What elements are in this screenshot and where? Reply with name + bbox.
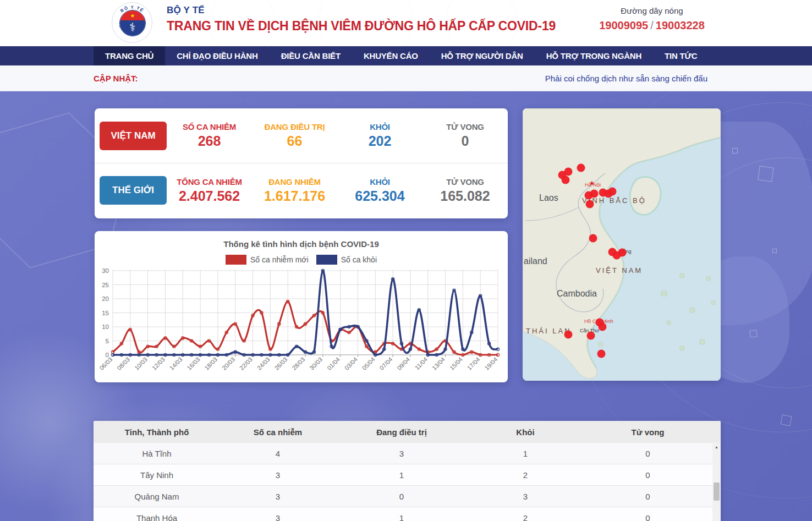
stats-row-world: THẾ GIỚITỔNG CA NHIỄM2.407.562ĐANG NHIỄM… — [95, 163, 508, 217]
svg-text:18/03: 18/03 — [203, 356, 218, 371]
svg-text:19/04: 19/04 — [483, 356, 498, 371]
table-header-2[interactable]: Đang điều trị — [336, 427, 468, 437]
metric-value: 2.407.562 — [167, 188, 252, 204]
legend-swatch — [226, 255, 246, 265]
svg-text:08/03: 08/03 — [116, 356, 131, 371]
vietnam-metric-0: SỐ CA NHIỄM268 — [167, 122, 252, 149]
metric-value: 165.082 — [423, 188, 508, 204]
world-metric-2: KHỎI625.304 — [337, 177, 423, 204]
nav-item-2[interactable]: ĐIỀU CẦN BIẾT — [270, 46, 352, 65]
svg-text:11/04: 11/04 — [414, 356, 429, 371]
table-row[interactable]: Quảng Nam3030 — [94, 486, 712, 507]
vietnam-button[interactable]: VIỆT NAM — [100, 122, 167, 150]
svg-text:MINISTRY OF HEALTH: MINISTRY OF HEALTH — [118, 25, 146, 34]
svg-text:16/03: 16/03 — [186, 356, 201, 371]
hotline-number-1[interactable]: 19009095 — [599, 19, 648, 31]
table-cell: 3 — [336, 449, 468, 458]
province-table-header: Tỉnh, Thành phốSố ca nhiễmĐang điều trịK… — [94, 421, 721, 443]
table-header-3[interactable]: Khỏi — [468, 427, 583, 437]
table-scrollbar[interactable]: ▲ — [712, 443, 721, 521]
metric-label: KHỎI — [337, 177, 423, 187]
vietnam-metric-3: TỬ VONG0 — [423, 122, 508, 149]
svg-text:30/03: 30/03 — [308, 356, 323, 371]
svg-text:24/03: 24/03 — [256, 356, 271, 371]
svg-text:07/04: 07/04 — [378, 356, 394, 371]
site-header: ★ ⚕ BỘ Y TẾ MINISTRY OF HEALTH BỘ Y TẾ T… — [0, 0, 812, 46]
table-cell: 0 — [583, 449, 712, 458]
svg-text:17/04: 17/04 — [466, 356, 481, 371]
main-nav-list: TRANG CHỦCHỈ ĐẠO ĐIỀU HÀNHĐIỀU CẦN BIẾTK… — [94, 46, 721, 65]
stats-rows: VIỆT NAMSỐ CA NHIỄM268ĐANG ĐIỀU TRỊ66KHỎ… — [95, 108, 508, 217]
table-cell: Tây Ninh — [94, 470, 220, 480]
hotline-number-2[interactable]: 19003228 — [656, 19, 705, 31]
news-ticker[interactable]: Phải coi chống dịch như sẵn sàng chiến đ… — [545, 74, 707, 83]
update-bar: CẬP NHẬT: Phải coi chống dịch như sẵn sà… — [0, 65, 812, 91]
scrollbar-thumb[interactable] — [714, 482, 720, 501]
table-header-4[interactable]: Tử vong — [583, 427, 712, 437]
metric-value: 0 — [423, 133, 508, 149]
svg-text:30: 30 — [102, 267, 109, 274]
table-cell: 3 — [468, 492, 583, 501]
table-cell: Quảng Nam — [94, 492, 220, 501]
capital-star-icon: ★ — [589, 179, 595, 187]
ministry-of-health-logo[interactable]: ★ ⚕ BỘ Y TẾ MINISTRY OF HEALTH — [112, 2, 152, 43]
outbreak-dot-9[interactable] — [608, 188, 617, 196]
legend-item-0[interactable]: Số ca nhiễm mới — [226, 255, 309, 265]
outbreak-dot-13[interactable] — [618, 249, 627, 257]
province-table-body: Hà Tĩnh4310Tây Ninh3120Quảng Nam3030Than… — [94, 443, 712, 521]
world-metric-3: TỬ VONG165.082 — [423, 177, 508, 204]
table-row[interactable]: Thanh Hóa3120 — [94, 507, 712, 521]
vietnam-metric-1: ĐANG ĐIỀU TRỊ66 — [252, 122, 337, 149]
hotline-block: Đường dây nóng 19009095/19003228 — [583, 6, 721, 32]
metric-label: KHỎI — [337, 122, 423, 131]
stats-row-vietnam: VIỆT NAMSỐ CA NHIỄM268ĐANG ĐIỀU TRỊ66KHỎ… — [95, 108, 508, 163]
table-row[interactable]: Tây Ninh3120 — [94, 464, 712, 486]
outbreak-dot-18[interactable] — [597, 350, 606, 358]
outbreak-dot-17[interactable] — [564, 331, 573, 339]
svg-text:12/03: 12/03 — [151, 356, 166, 371]
nav-item-1[interactable]: CHỈ ĐẠO ĐIỀU HÀNH — [165, 46, 269, 65]
world-button[interactable]: THẾ GIỚI — [100, 176, 167, 205]
table-cell: 0 — [583, 470, 712, 480]
ministry-name: BỘ Y TẾ — [167, 5, 556, 16]
outbreak-dot-2[interactable] — [562, 176, 570, 184]
outbreak-dot-3[interactable] — [577, 164, 585, 172]
world-metric-1: ĐANG NHIỄM1.617.176 — [252, 177, 337, 204]
outbreak-dot-6[interactable] — [586, 200, 594, 209]
svg-text:0: 0 — [106, 352, 109, 358]
table-cell: 0 — [583, 492, 712, 501]
legend-label: Số ca khỏi — [341, 255, 377, 264]
scrollbar-up-icon[interactable]: ▲ — [712, 443, 721, 452]
nav-item-6[interactable]: TIN TỨC — [653, 46, 709, 65]
metric-label: ĐANG NHIỄM — [252, 177, 337, 187]
hotline-label: Đường dây nóng — [583, 6, 721, 15]
map-label-4: Cambodia — [557, 289, 597, 298]
svg-text:10/03: 10/03 — [133, 356, 149, 371]
nav-item-3[interactable]: KHUYẾN CÁO — [352, 46, 430, 65]
svg-text:20: 20 — [102, 295, 109, 302]
outbreak-dot-1[interactable] — [564, 168, 573, 176]
metric-label: ĐANG ĐIỀU TRỊ — [252, 122, 337, 131]
outbreak-dot-15[interactable] — [599, 323, 607, 331]
table-cell: 2 — [468, 513, 583, 521]
table-header-1[interactable]: Số ca nhiễm — [220, 427, 336, 437]
table-row[interactable]: Hà Tĩnh4310 — [94, 443, 712, 464]
legend-item-1[interactable]: Số ca khỏi — [316, 255, 377, 265]
table-cell: Hà Tĩnh — [94, 449, 220, 458]
outbreak-dot-16[interactable] — [587, 332, 595, 340]
outbreak-dot-5[interactable] — [590, 190, 599, 198]
table-cell: 4 — [220, 449, 336, 458]
map-label-3: ailand — [524, 256, 547, 266]
vietnam-outbreak-map[interactable]: LaosVỊNH BẮC BỘHà NộiailandCambodiaVIỆT … — [523, 108, 721, 381]
nav-item-4[interactable]: HỖ TRỢ NGƯỜI DÂN — [430, 46, 535, 65]
outbreak-dot-10[interactable] — [589, 234, 597, 243]
logo-ring-text: BỘ Y TẾ MINISTRY OF HEALTH — [112, 3, 152, 42]
svg-text:01/04: 01/04 — [326, 356, 341, 371]
world-metric-0: TỔNG CA NHIỄM2.407.562 — [167, 177, 252, 204]
table-header-0[interactable]: Tỉnh, Thành phố — [94, 427, 220, 437]
metric-value: 202 — [337, 133, 423, 149]
svg-text:BỘ Y TẾ: BỘ Y TẾ — [119, 5, 145, 14]
map-label-0: Laos — [539, 193, 558, 202]
nav-item-5[interactable]: HỖ TRỢ TRONG NGÀNH — [535, 46, 653, 65]
nav-item-0[interactable]: TRANG CHỦ — [94, 46, 165, 65]
